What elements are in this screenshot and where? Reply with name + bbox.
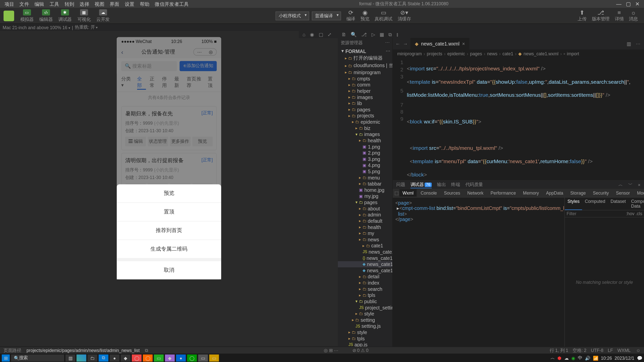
menu-goto[interactable]: 转到: [62, 1, 77, 7]
tree-node[interactable]: ◆ news_cate1.wxss: [338, 267, 392, 274]
sim-icons[interactable]: ◎ ⊞ ⋯: [324, 348, 338, 353]
tree-node[interactable]: ◆ news_cate1.wxml: [338, 261, 392, 267]
task-explorer[interactable]: 🗀: [88, 354, 97, 361]
tree-node[interactable]: ▸ 🗀 health: [338, 138, 392, 144]
preview-button[interactable]: ◉预览: [358, 8, 372, 23]
feedback-icon[interactable]: ☺: [636, 348, 640, 353]
tray-volume-icon[interactable]: 🔊: [585, 356, 590, 360]
rotate-icon[interactable]: ⤢: [328, 32, 332, 37]
dt-debugger[interactable]: 调试器76: [411, 182, 432, 188]
clear-cache-button[interactable]: ⊘▾清缓存: [395, 8, 414, 23]
sheet-qrcode[interactable]: 生成专属二维码: [117, 240, 221, 259]
tree-node[interactable]: ▾ 🗀 pages: [338, 199, 392, 206]
tree-node[interactable]: ▸ 🗀 miniprogram: [338, 69, 392, 76]
compile-select[interactable]: 普通编译: [312, 11, 341, 20]
mode-editor[interactable]: ‹/›编辑器: [37, 8, 55, 23]
tray-date[interactable]: 2023/12/1: [615, 356, 634, 360]
tree-node[interactable]: ▸ 🗀 index: [338, 280, 392, 286]
explorer-icon[interactable]: 🗎: [341, 32, 346, 37]
tree-node[interactable]: ▸ 🗀 search: [338, 286, 392, 292]
inspect-icon[interactable]: ⬚: [394, 191, 398, 195]
more-editor-icon[interactable]: ⋯: [636, 41, 640, 47]
tray-shield-icon[interactable]: ⬢: [557, 356, 561, 360]
dt-security[interactable]: Security: [590, 189, 612, 197]
tree-node[interactable]: ▸ 🗀 lib: [338, 100, 392, 107]
task-app2[interactable]: ●: [110, 354, 119, 361]
version-button[interactable]: ⎇版本管理: [589, 8, 612, 23]
tree-node[interactable]: ▸ 🗀 admin: [338, 212, 392, 218]
sheet-recommend[interactable]: 推荐到首页: [117, 221, 221, 240]
tree-node[interactable]: JS news_cate1.js: [338, 249, 392, 255]
upload-button[interactable]: ⬆上传: [575, 8, 589, 23]
dt-output[interactable]: 输出: [437, 182, 446, 188]
search-icon[interactable]: 🔍: [351, 32, 357, 37]
dt-wxml[interactable]: Wxml: [399, 189, 417, 197]
tree-node[interactable]: ▸ 🗀 setting: [338, 317, 392, 323]
tray-onedrive-icon[interactable]: ☁: [564, 356, 569, 360]
tree-node[interactable]: ▣ 2.png: [338, 150, 392, 156]
tree-node[interactable]: ▸ 🗀 my: [338, 230, 392, 237]
tree-node[interactable]: ▸ 🗀 style: [338, 311, 392, 317]
tray-chevron-icon[interactable]: ︿: [550, 355, 555, 361]
dt-issues[interactable]: 问题: [396, 182, 405, 188]
tree-node[interactable]: ▸ 🗀 cloudfunctions | 当前环境: ...: [338, 62, 392, 69]
tree-node[interactable]: ▸ 🗀 health: [338, 224, 392, 230]
task-devtool[interactable]: ▭: [154, 354, 164, 361]
dt-codequality[interactable]: 代码质量: [465, 182, 483, 188]
menu-edit[interactable]: 编辑: [32, 1, 47, 7]
dt-close-icon[interactable]: ×: [638, 182, 640, 187]
mode-cloud[interactable]: ☁云开发: [94, 8, 112, 23]
tree-root[interactable]: ▾FORMAL⋯: [338, 48, 392, 54]
styles-tab[interactable]: Styles: [565, 198, 582, 210]
details-button[interactable]: ≡详情: [612, 8, 626, 23]
code-editor[interactable]: 1235789 <import src="../../../../../tpls…: [393, 58, 644, 180]
tree-node[interactable]: ▸ 🗀 style: [338, 329, 392, 336]
tree-node[interactable]: ▸ 🗀 default: [338, 218, 392, 224]
taskbar-search[interactable]: 🔍 搜索: [11, 354, 64, 361]
system-tray[interactable]: ︿ ⬢ ☁ ◉ 中 🔊 📶 10:26 2023/12/1 💬: [550, 355, 642, 361]
compdata-tab[interactable]: Component Data: [628, 198, 644, 210]
menu-ui[interactable]: 界面: [107, 1, 122, 7]
layers-icon[interactable]: ⧉: [388, 32, 392, 37]
tree-node[interactable]: ▸ 🗀 cate1: [338, 243, 392, 249]
dt-expand-icon[interactable]: ﹀: [628, 182, 633, 188]
tree-node[interactable]: ▸ 🗀 helper: [338, 88, 392, 94]
remote-debug-button[interactable]: ▭真机调试: [372, 8, 395, 23]
tree-node[interactable]: JS app.js: [338, 342, 392, 346]
tray-cn-icon[interactable]: 中: [578, 355, 582, 361]
screenshot-icon[interactable]: ▢: [319, 32, 323, 37]
tray-wifi-icon[interactable]: 📶: [593, 356, 598, 360]
hov-cls-toggle[interactable]: :hov .cls: [626, 211, 642, 216]
tree-node[interactable]: ▣ 3.png: [338, 156, 392, 162]
compile-button[interactable]: ⟳编译: [344, 8, 358, 23]
menu-devtool[interactable]: 微信开发者工具: [152, 1, 191, 7]
tree-node[interactable]: ▸ 🗀 tabbar: [338, 181, 392, 187]
dt-memory[interactable]: Memory: [520, 189, 542, 197]
messages-button[interactable]: ☼消息: [626, 8, 640, 23]
cursor-position[interactable]: 行 1, 列 1 空格: 2 UTF-8 LF WXML: [550, 347, 631, 353]
task-app5[interactable]: ●: [176, 354, 186, 361]
menu-help[interactable]: 帮助: [137, 1, 152, 7]
tree-node[interactable]: ▣ 4.png: [338, 162, 392, 168]
tree-node[interactable]: ▾ 🗀 public: [338, 298, 392, 305]
tree-node[interactable]: ▸ 🗀 tpls: [338, 336, 392, 342]
hot-reload-toggle[interactable]: 热重载: 开: [75, 24, 98, 31]
tree-node[interactable]: {} news_cate1.json: [338, 255, 392, 261]
tray-wechat-icon[interactable]: ◉: [571, 356, 575, 360]
mode-visual[interactable]: ▦可视化: [75, 8, 93, 23]
dt-terminal[interactable]: 终端: [451, 182, 460, 188]
close-tab-icon[interactable]: ×: [462, 41, 465, 47]
menu-tool[interactable]: 工具: [47, 1, 62, 7]
task-firefox[interactable]: ◯: [143, 354, 153, 361]
dt-appdata[interactable]: AppData: [543, 189, 566, 197]
window-minimize-icon[interactable]: —: [616, 1, 621, 7]
tree-node[interactable]: ▸ 🗀 projects: [338, 113, 392, 119]
task-app3[interactable]: ◆: [121, 354, 131, 361]
tree-node[interactable]: JS setting.js: [338, 323, 392, 329]
task-vscode[interactable]: ⧉: [99, 354, 108, 361]
git-icon[interactable]: ⎇: [361, 32, 367, 37]
menu-settings[interactable]: 设置: [122, 1, 137, 7]
task-app[interactable]: [76, 354, 86, 361]
explorer-more-icon[interactable]: ⋯: [385, 40, 390, 46]
menu-file[interactable]: 文件: [17, 1, 32, 7]
